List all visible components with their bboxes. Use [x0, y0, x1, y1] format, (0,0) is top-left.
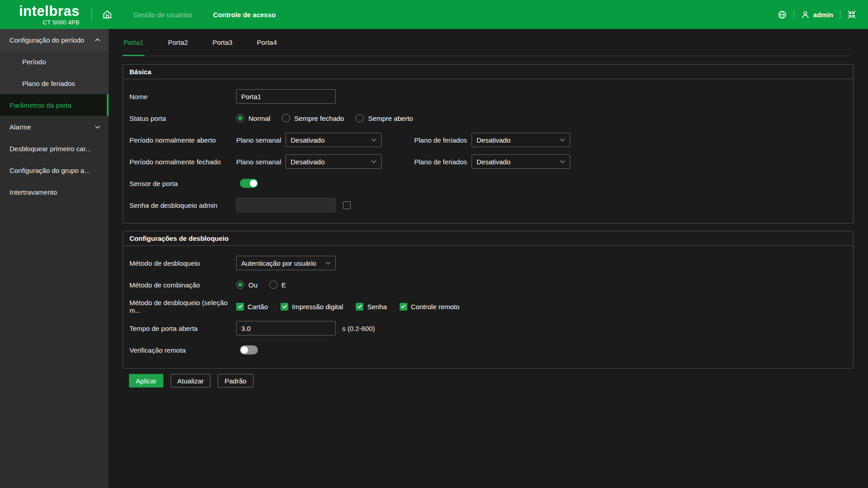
sensor-porta-row: Sensor de porta — [123, 172, 853, 194]
nome-row: Nome — [123, 86, 853, 107]
radio-normal[interactable]: Normal — [236, 114, 270, 122]
radio-ou[interactable]: Ou — [236, 281, 258, 289]
unlock-section-title: Configurações de desbloqueio — [123, 231, 853, 246]
radio-label: Sempre aberto — [368, 115, 413, 122]
sidebar-item-configuracao-grupo[interactable]: Configuração do grupo a... — [0, 159, 109, 181]
verificacao-remota-label: Verificação remota — [129, 346, 236, 354]
plano-semanal-label: Plano semanal — [236, 136, 281, 144]
checkbox-senha[interactable]: Senha — [356, 303, 386, 311]
plano-feriados-label: Plano de feriados — [414, 158, 467, 166]
senha-admin-input[interactable] — [236, 198, 336, 212]
chevron-down-icon — [560, 160, 565, 163]
default-button[interactable]: Padrão — [218, 374, 253, 388]
tab-porta3[interactable]: Porta3 — [212, 29, 232, 56]
sidebar-item-parametros-porta[interactable]: Parâmetros da porta — [0, 94, 109, 116]
metodo-desbloqueio-select[interactable]: Autenticação por usuário — [236, 256, 336, 270]
plano-feriados-label: Plano de feriados — [414, 136, 467, 144]
chevron-up-icon — [95, 37, 100, 43]
sidebar-item-label: Desbloquear primeiro car... — [10, 145, 91, 153]
device-model: CT 5000 4PB — [43, 19, 80, 25]
radio-icon — [236, 281, 244, 289]
nav-user-management[interactable]: Gestão de usuários — [134, 11, 192, 19]
sidebar-item-periodo[interactable]: Período — [0, 51, 109, 72]
apply-button[interactable]: Aplicar — [129, 374, 163, 388]
plano-feriados-aberto-select[interactable]: Desativado — [472, 133, 570, 147]
radio-e[interactable]: E — [269, 281, 286, 289]
language-button[interactable] — [777, 10, 787, 19]
radio-icon — [236, 114, 244, 122]
metodo-combinacao-row: Método de combinação Ou E — [123, 274, 853, 296]
chevron-down-icon — [371, 138, 377, 142]
basic-section: Básica Nome Status porta Normal Sempre f… — [123, 64, 854, 224]
nav-access-control[interactable]: Controle de acesso — [213, 11, 276, 19]
sidebar: Configuração do período Período Plano de… — [0, 29, 109, 488]
toggle-knob — [241, 346, 248, 354]
nome-input[interactable] — [236, 89, 336, 104]
checkbox-icon — [356, 303, 363, 311]
port-tabs: Porta1 Porta2 Porta3 Porta4 — [123, 29, 854, 56]
nome-label: Nome — [129, 93, 236, 100]
sidebar-item-label: Configuração do grupo a... — [10, 167, 90, 174]
tempo-porta-row: Tempo de porta aberta s (0.2-600) — [123, 317, 853, 339]
sidebar-item-desbloquear-primeiro[interactable]: Desbloquear primeiro car... — [0, 138, 109, 159]
tab-porta2[interactable]: Porta2 — [168, 29, 188, 56]
tab-porta4[interactable]: Porta4 — [257, 29, 277, 56]
refresh-button[interactable]: Atualizar — [171, 374, 210, 388]
verificacao-remota-toggle[interactable] — [240, 345, 258, 354]
checkbox-icon — [400, 303, 407, 311]
sidebar-item-alarme[interactable]: Alarme — [0, 116, 109, 138]
globe-icon — [777, 10, 787, 19]
checkbox-cartao[interactable]: Cartão — [236, 303, 268, 311]
metodo-combinacao-label: Método de combinação — [129, 281, 236, 289]
header-divider — [794, 10, 794, 19]
metodo-desbloqueio-row: Método de desbloqueio Autenticação por u… — [123, 252, 853, 274]
checkbox-label: Senha — [367, 303, 386, 311]
action-buttons: Aplicar Atualizar Padrão — [123, 374, 854, 388]
senha-admin-row: Senha de desbloqueio admin — [123, 194, 853, 216]
app-root: intelbras CT 5000 4PB Gestão de usuários… — [0, 0, 868, 488]
chevron-down-icon — [371, 160, 377, 163]
sidebar-item-configuracao-periodo[interactable]: Configuração do período — [0, 29, 109, 51]
brand-name: intelbras — [19, 4, 80, 18]
tempo-porta-label: Tempo de porta aberta — [129, 325, 236, 332]
sidebar-item-intertravamento[interactable]: Intertravamento — [0, 181, 109, 203]
collapse-icon — [847, 10, 856, 19]
sensor-porta-toggle[interactable] — [240, 179, 258, 188]
sidebar-item-label: Parâmetros da porta — [10, 101, 72, 109]
metodo-desbloqueio-label: Método de desbloqueio — [129, 259, 236, 267]
tempo-porta-input[interactable] — [236, 321, 336, 335]
radio-icon — [282, 114, 290, 122]
radio-label: Ou — [248, 281, 258, 289]
main-content: Porta1 Porta2 Porta3 Porta4 Básica Nome … — [109, 29, 868, 488]
checkbox-icon — [236, 303, 244, 311]
toggle-knob — [250, 180, 257, 187]
home-button[interactable] — [102, 9, 113, 20]
checkbox-label: Cartão — [248, 303, 268, 311]
checkbox-icon — [281, 303, 288, 311]
tab-porta1[interactable]: Porta1 — [124, 29, 143, 56]
sensor-porta-label: Sensor de porta — [129, 180, 236, 187]
plano-semanal-aberto-select[interactable]: Desativado — [286, 133, 382, 147]
radio-sempre-aberto[interactable]: Sempre aberto — [356, 114, 413, 122]
select-value: Desativado — [477, 158, 510, 166]
plano-semanal-label: Plano semanal — [236, 158, 281, 166]
username-label: admin — [813, 11, 833, 19]
plano-semanal-fechado-select[interactable]: Desativado — [286, 154, 382, 169]
senha-admin-checkbox[interactable] — [343, 201, 351, 209]
header-divider — [840, 10, 840, 19]
checkbox-label: Impressão digital — [292, 303, 343, 311]
brand-logo[interactable]: intelbras CT 5000 4PB — [19, 4, 80, 25]
account-button[interactable]: admin — [801, 10, 833, 19]
checkbox-impressao-digital[interactable]: Impressão digital — [281, 303, 343, 311]
periodo-fechado-label: Período normalmente fechado — [129, 158, 236, 166]
radio-sempre-fechado[interactable]: Sempre fechado — [282, 114, 344, 122]
plano-feriados-fechado-select[interactable]: Desativado — [472, 154, 570, 169]
header-divider — [91, 9, 92, 20]
chevron-down-icon — [560, 138, 565, 142]
radio-label: E — [281, 281, 286, 289]
header-right: admin — [777, 10, 856, 19]
collapse-button[interactable] — [847, 10, 856, 19]
checkbox-controle-remoto[interactable]: Controle remoto — [400, 303, 460, 311]
sidebar-item-plano-feriados[interactable]: Plano de feriados — [0, 72, 109, 94]
select-value: Autenticação por usuário — [241, 259, 316, 267]
